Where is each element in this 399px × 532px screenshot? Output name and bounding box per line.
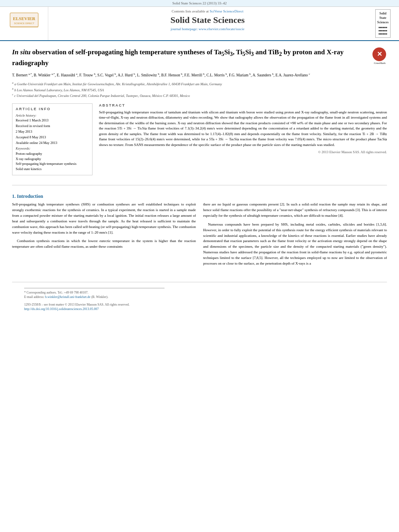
introduction-section: 1. Introduction Self-propagating high te… [12,193,387,270]
email-label: E-mail address: [24,295,44,299]
svg-text:ELSEVIER: ELSEVIER [13,16,36,21]
sss-logo: Solid State Sciences ■■■■■■ ■■■■■■ ■■■■■… [375,9,391,38]
elsevier-logo-svg: ELSEVIER SCIENCE DIRECT [8,12,40,34]
elsevier-logo: ELSEVIER SCIENCE DIRECT [8,12,40,35]
section-divider [12,185,387,185]
issn-line: 1293-2558/$ – see front matter © 2013 El… [24,303,375,306]
article-info-column: ARTICLE INFO Article history: Received 1… [12,103,93,179]
sciverse-link[interactable]: SciVerse ScienceDirect [210,9,243,13]
body-text-right: there are no liquid or gaseous component… [203,202,387,267]
corresponding-authors-note: * Corresponding authors. Tel.: +49 69 79… [24,291,375,294]
keywords-section: Keywords: Proton radiography X-ray radio… [16,146,89,172]
abstract-column: ABSTRACT Self-propagating high temperatu… [99,103,387,179]
intro-para-2: Combustion synthesis reactions in which … [12,238,196,250]
intro-para-1: Self-propagating high temperature synthe… [12,202,196,236]
body-left-column: Self-propagating high temperature synthe… [12,202,196,270]
body-text-left: Self-propagating high temperature synthe… [12,202,196,250]
article-info-heading: ARTICLE INFO [16,107,89,111]
main-content: In situ observation of self-propagating … [0,41,399,321]
accepted-date: Accepted 8 May 2013 [16,135,89,139]
journal-name: Solid State Sciences [56,15,359,25]
keyword-2: X-ray radiography [16,156,89,162]
title-italic-part: In situ [12,48,31,56]
received-date: Received 1 March 2013 [16,118,89,122]
article-title-area: In situ observation of self-propagating … [12,47,387,68]
history-label: Article history: [16,113,89,117]
journal-homepage: journal homepage: www.elsevier.com/locat… [56,27,359,31]
page-footer: * Corresponding authors. Tel.: +49 69 79… [12,282,387,315]
svg-text:SCIENCE DIRECT: SCIENCE DIRECT [14,22,34,25]
keywords-heading: Keywords: [16,146,89,150]
revised-date: 2 May 2013 [16,129,89,134]
affiliation-a: a a Goethe-Universität Frankfurt am Main… [12,81,387,87]
revised-label: Received in revised form [16,124,89,128]
email-link[interactable]: b.winkler@kristall.uni-frankfurt.de [45,295,91,299]
article-info-box: ARTICLE INFO Article history: Received 1… [12,103,93,175]
sciverse-line: Contents lists available at SciVerse Sci… [56,9,359,13]
journal-citation: Solid State Sciences 22 (2013) 33–42 [172,1,226,5]
authors-list: T. Bernert a,*, B. Winkler a,*, E. Hauss… [12,72,387,78]
doi-link[interactable]: http://dx.doi.org/10.1016/j.solidstatesc… [24,307,99,311]
keyword-4: Solid state kinetics [16,166,89,172]
affiliation-b: b b Los Alamos National Laboratory, Los … [12,87,387,93]
body-columns: Self-propagating high temperature synthe… [12,202,387,270]
email-person: (B. Winkler). [91,295,108,299]
keyword-3: Self-propagating high-temperature synthe… [16,161,89,166]
affiliations-list: a a Goethe-Universität Frankfurt am Main… [12,81,387,99]
introduction-heading: 1. Introduction [12,193,387,199]
journal-citation-bar: Solid State Sciences 22 (2013) 33–42 [0,0,399,7]
online-date: Available online 24 May 2013 [16,141,89,145]
doi-line: http://dx.doi.org/10.1016/j.solidstatesc… [24,307,375,311]
title-main-part: observation of self-propagating high tem… [12,48,343,67]
journal-logo-box: Solid State Sciences ■■■■■■ ■■■■■■ ■■■■■… [367,7,399,40]
abstract-text: Self-propagating high temperature reacti… [99,110,387,148]
footer-divider [24,288,165,288]
body-right-column: there are no liquid or gaseous component… [203,202,387,270]
crossmark-icon: ✕ [372,47,386,61]
email-line: E-mail address: b.winkler@kristall.uni-f… [24,295,375,299]
copyright-line: © 2013 Elsevier Masson SAS. All rights r… [99,150,387,154]
info-abstract-columns: ARTICLE INFO Article history: Received 1… [12,103,387,179]
abstract-paragraph: Self-propagating high temperature reacti… [99,110,387,148]
intro-para-4: Numerous compounds have been prepared by… [203,222,387,267]
article-title-text: In situ observation of self-propagating … [12,47,372,68]
page: Solid State Sciences 22 (2013) 33–42 ELS… [0,0,399,532]
abstract-heading: ABSTRACT [99,103,387,107]
intro-para-3: there are no liquid or gaseous component… [203,202,387,219]
journal-name-area: Contents lists available at SciVerse Sci… [48,7,367,40]
homepage-url: www.elsevier.com/locate/ssscie [199,27,245,31]
keyword-1: Proton radiography [16,151,89,156]
publisher-logo-area: ELSEVIER SCIENCE DIRECT [0,7,48,40]
crossmark-label: CrossMark [372,62,387,65]
crossmark-logo: ✕ CrossMark [372,47,387,62]
journal-header: ELSEVIER SCIENCE DIRECT Contents lists a… [0,7,399,41]
affiliation-c: c c Universidad del Papaloapan, Circuito… [12,92,387,99]
introduction-title: Introduction [17,193,43,199]
